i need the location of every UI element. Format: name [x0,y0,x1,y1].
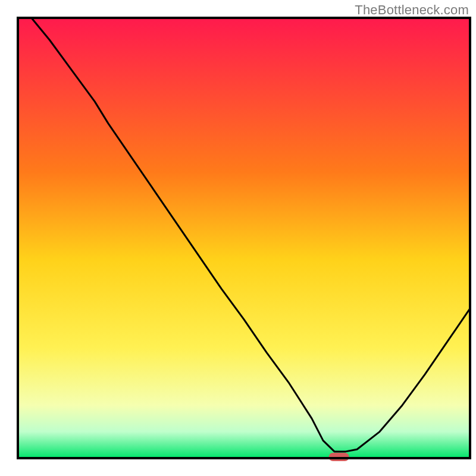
chart-container: TheBottleneck.com [0,0,476,476]
plot-background [18,18,470,458]
watermark-label: TheBottleneck.com [355,2,469,18]
bottleneck-chart [0,0,476,476]
